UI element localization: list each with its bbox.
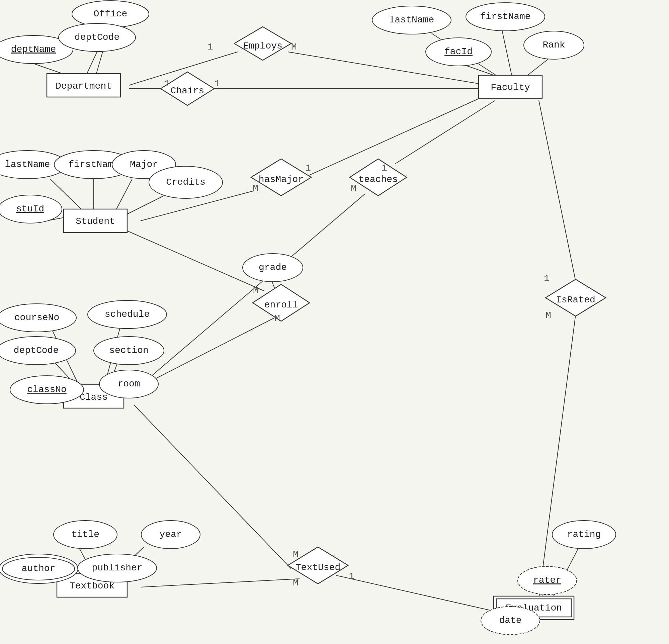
- rater-label: rater: [533, 575, 561, 585]
- year-label: year: [159, 529, 182, 540]
- hasmajor-label: hasMajor: [259, 174, 303, 185]
- chairs-card-1b: 1: [214, 78, 220, 89]
- date-label: date: [499, 615, 522, 626]
- textused-card-m1: M: [293, 549, 299, 560]
- grade-label: grade: [259, 262, 287, 273]
- enroll-card-m2: M: [274, 314, 280, 324]
- section-label: section: [109, 345, 148, 356]
- room-label: room: [117, 379, 140, 389]
- major-label: Major: [130, 159, 158, 170]
- israted-card-1: 1: [544, 273, 550, 284]
- enroll-label: enroll: [265, 300, 298, 310]
- svg-line-36: [539, 100, 575, 281]
- teaches-card-m: M: [351, 184, 356, 194]
- svg-line-4: [502, 30, 512, 77]
- courseno-label: courseNo: [14, 313, 59, 323]
- department-label: Department: [56, 81, 112, 91]
- rating-label: rating: [567, 529, 601, 540]
- textbook-label: Textbook: [70, 581, 114, 591]
- deptcode-cls-label: deptCode: [14, 345, 59, 356]
- svg-line-18: [395, 100, 495, 164]
- faculty-label: Faculty: [490, 82, 530, 93]
- firstname-fac-label: firstName: [480, 11, 530, 22]
- teaches-card-1: 1: [382, 163, 387, 173]
- svg-line-20: [127, 231, 265, 291]
- facid-label: facId: [444, 46, 472, 57]
- lastname-stu-label: lastName: [5, 159, 50, 170]
- deptname-label: deptName: [11, 44, 56, 55]
- textused-card-m2: M: [293, 578, 299, 588]
- teaches-label: teaches: [358, 174, 398, 185]
- svg-line-17: [304, 99, 479, 177]
- title-label: title: [71, 529, 99, 540]
- chairs-label: Chairs: [171, 86, 204, 96]
- svg-line-37: [539, 314, 575, 599]
- schedule-label: schedule: [105, 309, 150, 319]
- deptcode-dept-label: deptCode: [75, 32, 119, 42]
- svg-line-15: [127, 196, 164, 214]
- lastname-fac-label: lastName: [389, 15, 434, 25]
- svg-line-19: [137, 194, 365, 388]
- publisher-label: publisher: [92, 563, 142, 573]
- hasmajor-card-m: M: [253, 183, 258, 194]
- svg-line-30: [141, 579, 300, 587]
- chairs-card-1a: 1: [164, 78, 170, 89]
- textused-card-1: 1: [349, 571, 354, 582]
- svg-line-6: [525, 59, 549, 77]
- class-label: Class: [80, 392, 108, 402]
- author-label: author: [22, 563, 56, 574]
- enroll-card-m1: M: [253, 285, 259, 296]
- credits-label: Credits: [166, 177, 205, 187]
- employs-card-m: M: [291, 42, 297, 52]
- employs-card-1: 1: [208, 42, 213, 52]
- israted-card-m: M: [545, 310, 551, 320]
- israted-label: IsRated: [556, 295, 595, 305]
- student-label: Student: [76, 216, 115, 227]
- employs-label: Employs: [243, 41, 283, 51]
- svg-line-35: [336, 575, 499, 612]
- firstname-stu-label: firstName: [68, 159, 119, 170]
- classno-label: classNo: [27, 384, 67, 395]
- stuid-label: stuId: [16, 204, 44, 214]
- rank-label: Rank: [542, 40, 565, 50]
- textused-label: TextUsed: [296, 562, 340, 573]
- office-label: Office: [94, 9, 128, 19]
- hasmajor-card-1: 1: [305, 163, 311, 173]
